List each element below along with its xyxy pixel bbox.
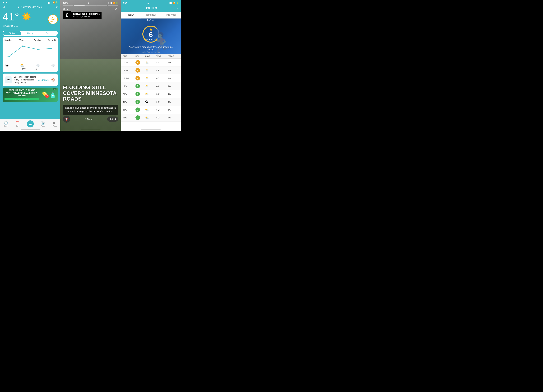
table-row: 10 AM 6 ⛅ 43° 0% — [121, 59, 181, 67]
header-location[interactable]: ▲ New York City, NY ⌕ — [18, 5, 43, 8]
flood-category-label: Flood — [63, 8, 68, 11]
battery-icon-3: 🔋 — [176, 2, 178, 4]
panel-weather-channel: 9:26 ▌▌▌ 📶 🔋 ⚙ ▲ New York City, NY ⌕ ↻ 4… — [0, 0, 60, 131]
temp-6: 51° — [156, 109, 168, 111]
precip-afternoon: 10% — [18, 68, 30, 70]
cond-icon-5: 🌤 — [145, 100, 156, 104]
rwi-badge-6: 7 — [136, 108, 140, 112]
mute-button[interactable]: 🔇 — [63, 115, 70, 123]
precip-overnight — [43, 68, 55, 70]
cond-icon-3: ⛅ — [145, 84, 156, 88]
cond-icon-4: ⛅ — [145, 92, 156, 96]
tab-today-running[interactable]: Today — [121, 11, 141, 18]
wifi-icon-2: 📶 — [113, 2, 115, 4]
row-time-5: 3 PM — [123, 101, 136, 103]
precip-evening: 10% — [30, 68, 43, 70]
forecast-area: Morning Afternoon Evening Overnight 43° … — [3, 37, 58, 72]
tab-daily[interactable]: Daily — [39, 31, 57, 35]
status-bar-2: 11:43 ▲ ▌▌▌ 📶 🔋 — [60, 0, 121, 5]
video-subtext: Roads remain closed as river flooding co… — [63, 105, 118, 114]
forecast-graph: 43° 51° 47° 47° — [5, 43, 56, 62]
sun-icon: ☀️ — [22, 12, 31, 21]
tab-today[interactable]: Today — [3, 31, 21, 35]
header-bar: ⚙ ▲ New York City, NY ⌕ ↻ — [0, 4, 60, 10]
precip-morning — [5, 68, 18, 70]
col-temp: TEMP — [156, 55, 168, 57]
twc-logo: ☁ — [27, 120, 34, 127]
home-indicator-3 — [141, 129, 161, 130]
refresh-icon[interactable]: ↻ — [55, 5, 58, 9]
running-location-icon: ▲ — [147, 2, 149, 4]
progress-4 — [96, 6, 107, 6]
battery-icon-2: 🔋 — [116, 2, 118, 4]
cond-icon-1: ⛅ — [145, 68, 156, 72]
close-button[interactable]: ✕ — [113, 7, 118, 11]
ad-cta-button[interactable]: MAKE THE SWITCH TODAY › — [5, 98, 39, 100]
col-cond: COND — [145, 55, 156, 57]
settings-icon[interactable]: ⚙ — [3, 5, 5, 9]
cond-icon-2: ⛅ — [145, 76, 156, 80]
forecast-precip: 10% 10% — [5, 68, 56, 70]
rwi-inner: ☀️ 6 for 3 hours — [146, 28, 156, 41]
nav-daily[interactable]: 📅 Daily — [16, 121, 19, 127]
precip-3: 0% — [168, 85, 179, 87]
temp-7: 51° — [156, 117, 168, 119]
city-name: New York City, NY — [21, 6, 40, 8]
time-overnight: Overnight — [47, 39, 56, 41]
ad-title: STEP UP TO THE PLATE WITH POWERFUL ALLER… — [5, 89, 39, 97]
video-icon: ▶ — [53, 121, 56, 125]
precip-1: 0% — [168, 69, 179, 72]
running-message: You've got a green light for some good r… — [121, 46, 181, 51]
col-precip: PRECIP — [168, 55, 179, 57]
rwi-badge-5: 7 — [136, 100, 140, 104]
temp-5: 50° — [156, 101, 168, 103]
video-progress-bars — [63, 6, 118, 6]
status-icons-1: ▌▌▌ 📶 🔋 — [48, 1, 58, 4]
signal-icon-2: ▌▌▌ — [109, 2, 112, 4]
video-headline: FLOODING STILL COVERS MINNESOTA ROADS — [63, 85, 118, 102]
radar-icon: 📡 — [41, 121, 45, 125]
status-bar-3: 9:26 ▲ ▌▌▌ 📶 🔋 — [121, 0, 181, 5]
share-button[interactable]: ⬆ Share — [84, 118, 93, 121]
video-controls: 🔇 ⬆ Share -00:14 — [63, 115, 118, 123]
nav-hourly[interactable]: 🕐 Hourly — [4, 121, 8, 127]
table-row: 2 PM 7 ⛅ 50° 0% — [121, 90, 181, 98]
table-row: 12 PM 6 ⛅ 47° 0% — [121, 74, 181, 82]
nav-radar[interactable]: 📡 Radar — [41, 121, 45, 127]
precip-6: 4% — [168, 109, 179, 111]
see-details-link[interactable]: See Details — [38, 79, 49, 81]
search-icon[interactable]: ⌕ — [41, 5, 43, 8]
cond-icon-6: ⛅ — [145, 108, 156, 112]
time-afternoon: Afternoon — [19, 39, 27, 41]
wifi-icon: 📶 — [53, 1, 55, 4]
battery-icon: 🔋 — [56, 1, 58, 4]
running-title: Running — [126, 6, 176, 10]
nav-twc[interactable]: ☁ — [27, 120, 34, 127]
nav-radar-label: Radar — [41, 125, 45, 127]
clock-icon: 🕐 — [4, 121, 8, 125]
nav-video-label: Video — [53, 125, 57, 127]
video-timer: -00:14 — [107, 117, 118, 122]
twc-icon: ☁ — [29, 122, 32, 126]
location-arrow-icon: ▲ — [18, 6, 20, 8]
rwi-badge-3: 7 — [136, 84, 140, 88]
icon-evening: ☁️ — [35, 63, 40, 68]
back-button[interactable]: ← — [123, 6, 126, 10]
tab-this-week-running[interactable]: This Week — [161, 11, 181, 18]
rwi-badge-7: 7 — [136, 115, 140, 120]
tab-hourly[interactable]: Hourly — [21, 31, 39, 35]
filter-icon[interactable]: ≡ — [176, 6, 178, 10]
precip-5: 0% — [168, 101, 179, 103]
calendar-icon: 📅 — [16, 121, 19, 125]
svg-point-5 — [22, 45, 23, 47]
current-temp: 41° — [3, 11, 19, 22]
table-row: 1 PM 7 ⛅ 49° 0% — [121, 82, 181, 90]
news-thumbnail: 🏟 — [5, 76, 12, 83]
ad-banner[interactable]: gsk STEP UP TO THE PLATE WITH POWERFUL A… — [3, 88, 58, 102]
status-bar-1: 9:26 ▌▌▌ 📶 🔋 — [0, 0, 60, 4]
progress-2 — [74, 6, 85, 6]
nav-video[interactable]: ▶ Video — [53, 121, 57, 127]
rwi-number: 6 — [146, 31, 156, 38]
tab-tomorrow-running[interactable]: Tomorrow — [141, 11, 161, 18]
temp-2: 47° — [156, 77, 168, 80]
